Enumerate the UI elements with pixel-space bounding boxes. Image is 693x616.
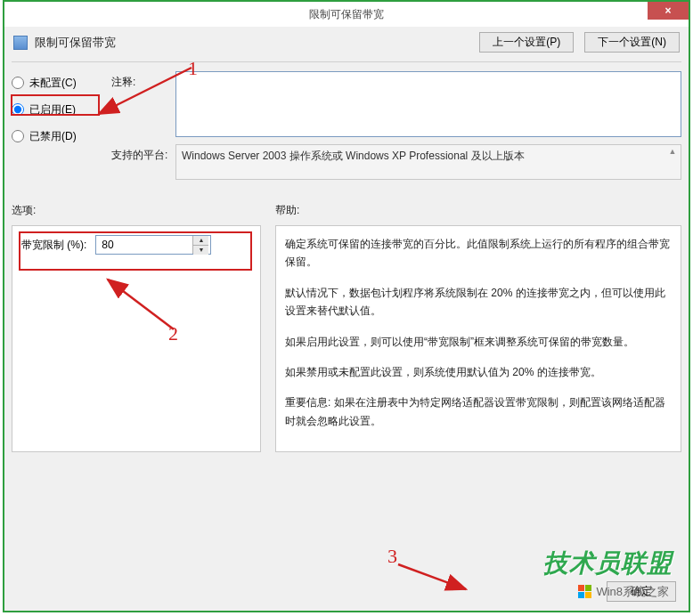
help-paragraph-4: 如果禁用或未配置此设置，则系统使用默认值为 20% 的连接带宽。 [285,363,672,381]
radio-not-configured-input[interactable] [12,77,24,89]
options-label: 选项: [12,203,261,218]
page-title: 限制可保留带宽 [35,35,116,51]
bandwidth-input[interactable] [96,236,192,254]
radio-disabled-label: 已禁用(D) [29,129,77,144]
titlebar: 限制可保留带宽 × [4,2,689,27]
radio-disabled[interactable]: 已禁用(D) [12,128,101,144]
platform-label: 支持的平台: [111,144,175,163]
help-label: 帮助: [275,203,681,218]
scroll-up-icon[interactable]: ▲ [666,147,679,159]
next-setting-button[interactable]: 下一个设置(N) [584,32,680,53]
help-paragraph-1: 确定系统可保留的连接带宽的百分比。此值限制系统上运行的所有程序的组合带宽保留。 [285,235,672,272]
prev-setting-button[interactable]: 上一个设置(P) [479,32,574,53]
radio-enabled[interactable]: 已启用(E) [12,101,101,118]
radio-not-configured[interactable]: 未配置(C) [12,75,101,91]
platform-text: Windows Server 2003 操作系统或 Windows XP Pro… [182,150,525,162]
bandwidth-limit-label: 带宽限制 (%): [21,238,86,253]
help-paragraph-2: 默认情况下，数据包计划程序将系统限制在 20% 的连接带宽之内，但可以使用此设置… [285,284,672,320]
platform-box: Windows Server 2003 操作系统或 Windows XP Pro… [175,144,681,180]
comment-label: 注释: [111,71,175,90]
options-panel: 带宽限制 (%): ▲ ▼ [12,225,261,452]
spin-up-button[interactable]: ▲ [193,236,208,246]
bandwidth-spinbox[interactable]: ▲ ▼ [95,235,211,255]
radio-group: 未配置(C) 已启用(E) 已禁用(D) [12,71,101,187]
comment-textarea[interactable] [175,71,681,137]
radio-disabled-input[interactable] [12,130,24,142]
radio-enabled-label: 已启用(E) [29,102,76,118]
radio-enabled-input[interactable] [12,103,24,116]
header-row: 限制可保留带宽 上一个设置(P) 下一个设置(N) [12,27,681,56]
help-paragraph-5: 重要信息: 如果在注册表中为特定网络适配器设置带宽限制，则配置该网络适配器时就会… [285,393,672,430]
help-paragraph-3: 如果启用此设置，则可以使用“带宽限制”框来调整系统可保留的带宽数量。 [285,333,672,351]
spin-down-button[interactable]: ▼ [193,246,208,255]
separator [12,61,681,62]
ok-button[interactable]: 确定 [607,581,676,602]
window-title: 限制可保留带宽 [309,7,384,22]
help-panel: 确定系统可保留的连接带宽的百分比。此值限制系统上运行的所有程序的组合带宽保留。 … [275,225,681,452]
close-button[interactable]: × [648,2,689,20]
policy-icon [13,36,28,50]
radio-not-configured-label: 未配置(C) [29,76,77,91]
